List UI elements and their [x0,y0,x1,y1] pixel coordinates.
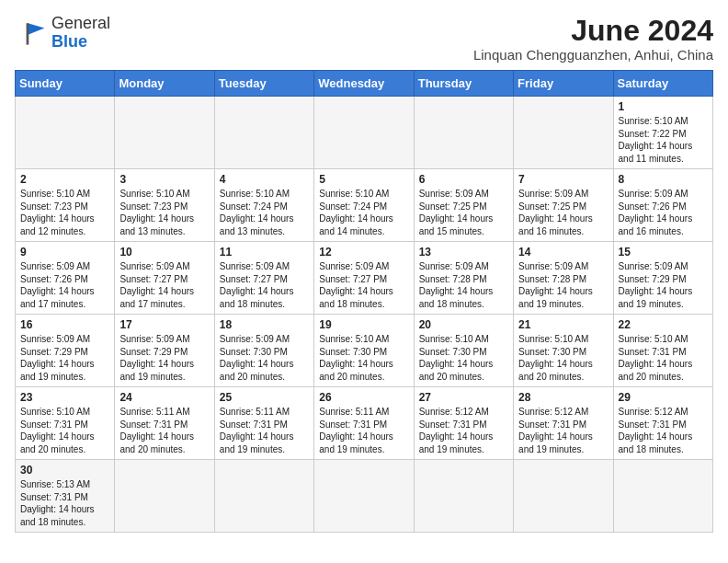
day-info: Sunrise: 5:11 AMSunset: 7:31 PMDaylight:… [220,406,309,455]
day-cell: 24Sunrise: 5:11 AMSunset: 7:31 PMDayligh… [115,387,214,460]
day-number: 10 [119,246,209,259]
day-number: 24 [119,391,209,404]
day-cell [514,97,613,169]
day-number: 9 [20,246,109,259]
week-row-5: 23Sunrise: 5:10 AMSunset: 7:31 PMDayligh… [16,387,713,460]
title-area: June 2024 Linquan Chengguanzhen, Anhui, … [473,15,713,63]
day-info: Sunrise: 5:09 AMSunset: 7:25 PMDaylight:… [518,188,608,237]
logo-general: General [51,14,110,32]
day-cell: 28Sunrise: 5:12 AMSunset: 7:31 PMDayligh… [514,387,613,460]
day-cell: 22Sunrise: 5:10 AMSunset: 7:31 PMDayligh… [613,315,712,387]
day-cell: 4Sunrise: 5:10 AMSunset: 7:24 PMDaylight… [214,169,313,242]
day-number: 21 [518,318,608,331]
day-number: 7 [518,173,608,186]
day-cell: 29Sunrise: 5:12 AMSunset: 7:31 PMDayligh… [613,387,712,460]
day-info: Sunrise: 5:09 AMSunset: 7:29 PMDaylight:… [20,333,109,383]
day-number: 14 [518,246,608,259]
day-cell [214,97,313,169]
calendar-body: 1Sunrise: 5:10 AMSunset: 7:22 PMDaylight… [16,97,713,533]
day-info: Sunrise: 5:09 AMSunset: 7:27 PMDaylight:… [319,260,408,310]
day-info: Sunrise: 5:12 AMSunset: 7:31 PMDaylight:… [619,406,708,455]
day-number: 3 [119,173,209,186]
logo-blue: Blue [51,32,87,51]
day-cell: 15Sunrise: 5:09 AMSunset: 7:29 PMDayligh… [613,242,712,315]
day-cell: 25Sunrise: 5:11 AMSunset: 7:31 PMDayligh… [214,387,313,460]
day-cell: 16Sunrise: 5:09 AMSunset: 7:29 PMDayligh… [16,315,115,387]
day-info: Sunrise: 5:09 AMSunset: 7:26 PMDaylight:… [619,188,708,237]
day-info: Sunrise: 5:10 AMSunset: 7:31 PMDaylight:… [20,406,109,455]
day-cell [115,460,214,533]
day-number: 26 [319,391,408,404]
day-info: Sunrise: 5:09 AMSunset: 7:30 PMDaylight:… [220,333,309,383]
day-info: Sunrise: 5:13 AMSunset: 7:31 PMDaylight:… [20,478,109,528]
day-cell [115,97,214,169]
day-number: 4 [220,173,309,186]
week-row-6: 30Sunrise: 5:13 AMSunset: 7:31 PMDayligh… [16,460,713,533]
day-number: 11 [220,246,309,259]
day-info: Sunrise: 5:10 AMSunset: 7:30 PMDaylight:… [319,333,408,383]
day-cell: 13Sunrise: 5:09 AMSunset: 7:28 PMDayligh… [414,242,513,315]
week-row-1: 1Sunrise: 5:10 AMSunset: 7:22 PMDaylight… [16,97,713,169]
weekday-row: SundayMondayTuesdayWednesdayThursdayFrid… [16,71,713,97]
day-cell: 18Sunrise: 5:09 AMSunset: 7:30 PMDayligh… [214,315,313,387]
weekday-header-sunday: Sunday [16,71,115,97]
day-info: Sunrise: 5:12 AMSunset: 7:31 PMDaylight:… [419,406,508,455]
day-info: Sunrise: 5:10 AMSunset: 7:30 PMDaylight:… [419,333,508,383]
location: Linquan Chengguanzhen, Anhui, China [473,47,713,63]
header: General Blue June 2024 Linquan Chengguan… [15,15,713,63]
day-info: Sunrise: 5:10 AMSunset: 7:23 PMDaylight:… [20,188,109,237]
day-cell: 26Sunrise: 5:11 AMSunset: 7:31 PMDayligh… [314,387,414,460]
day-info: Sunrise: 5:10 AMSunset: 7:30 PMDaylight:… [518,333,608,383]
weekday-header-wednesday: Wednesday [314,71,414,97]
day-cell: 27Sunrise: 5:12 AMSunset: 7:31 PMDayligh… [414,387,513,460]
month-title: June 2024 [473,15,713,47]
day-number: 28 [518,391,608,404]
day-cell: 12Sunrise: 5:09 AMSunset: 7:27 PMDayligh… [314,242,414,315]
day-cell: 30Sunrise: 5:13 AMSunset: 7:31 PMDayligh… [16,460,115,533]
day-info: Sunrise: 5:11 AMSunset: 7:31 PMDaylight:… [319,406,408,455]
day-number: 27 [419,391,508,404]
day-cell [314,460,414,533]
day-cell [414,97,513,169]
day-number: 6 [419,173,508,186]
day-number: 25 [220,391,309,404]
day-cell: 10Sunrise: 5:09 AMSunset: 7:27 PMDayligh… [115,242,214,315]
day-cell: 7Sunrise: 5:09 AMSunset: 7:25 PMDaylight… [514,169,613,242]
svg-rect-2 [27,23,29,44]
day-cell: 2Sunrise: 5:10 AMSunset: 7:23 PMDaylight… [16,169,115,242]
weekday-header-tuesday: Tuesday [214,71,313,97]
day-info: Sunrise: 5:09 AMSunset: 7:29 PMDaylight:… [619,260,708,310]
day-number: 2 [20,173,109,186]
day-cell: 1Sunrise: 5:10 AMSunset: 7:22 PMDaylight… [613,97,712,169]
day-number: 5 [319,173,408,186]
day-number: 8 [619,173,708,186]
day-cell: 19Sunrise: 5:10 AMSunset: 7:30 PMDayligh… [314,315,414,387]
day-cell [414,460,513,533]
day-cell [613,460,712,533]
day-cell [214,460,313,533]
day-cell: 11Sunrise: 5:09 AMSunset: 7:27 PMDayligh… [214,242,313,315]
day-cell: 3Sunrise: 5:10 AMSunset: 7:23 PMDaylight… [115,169,214,242]
day-cell: 6Sunrise: 5:09 AMSunset: 7:25 PMDaylight… [414,169,513,242]
day-number: 30 [20,464,109,477]
day-info: Sunrise: 5:10 AMSunset: 7:24 PMDaylight:… [319,188,408,237]
day-info: Sunrise: 5:10 AMSunset: 7:31 PMDaylight:… [619,333,708,383]
day-cell: 9Sunrise: 5:09 AMSunset: 7:26 PMDaylight… [16,242,115,315]
day-number: 18 [220,318,309,331]
week-row-2: 2Sunrise: 5:10 AMSunset: 7:23 PMDaylight… [16,169,713,242]
day-info: Sunrise: 5:09 AMSunset: 7:28 PMDaylight:… [518,260,608,310]
week-row-3: 9Sunrise: 5:09 AMSunset: 7:26 PMDaylight… [16,242,713,315]
day-cell [314,97,414,169]
day-number: 19 [319,318,408,331]
logo-icon [15,17,48,50]
day-info: Sunrise: 5:11 AMSunset: 7:31 PMDaylight:… [119,406,209,455]
day-info: Sunrise: 5:09 AMSunset: 7:27 PMDaylight:… [220,260,309,310]
day-number: 13 [419,246,508,259]
day-cell: 5Sunrise: 5:10 AMSunset: 7:24 PMDaylight… [314,169,414,242]
calendar: SundayMondayTuesdayWednesdayThursdayFrid… [15,70,713,533]
day-info: Sunrise: 5:12 AMSunset: 7:31 PMDaylight:… [518,406,608,455]
day-cell: 23Sunrise: 5:10 AMSunset: 7:31 PMDayligh… [16,387,115,460]
day-cell: 17Sunrise: 5:09 AMSunset: 7:29 PMDayligh… [115,315,214,387]
day-cell [16,97,115,169]
day-info: Sunrise: 5:10 AMSunset: 7:24 PMDaylight:… [220,188,309,237]
